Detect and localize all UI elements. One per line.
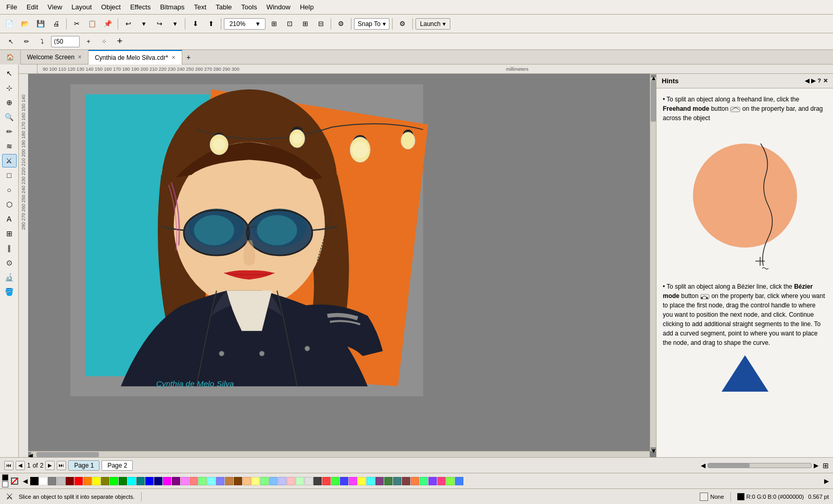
color-swatch-ff4040[interactable] (322, 477, 331, 485)
color-swatch-008080[interactable] (136, 477, 145, 485)
menu-layout[interactable]: Layout (67, 2, 96, 12)
menu-object[interactable]: Object (97, 2, 125, 12)
menu-help[interactable]: Help (296, 2, 318, 12)
hints-back-btn[interactable]: ◀ (805, 77, 809, 84)
canvas-area[interactable]: Cynthia de Melo Silva ▲ ▼ ◀ (28, 74, 656, 457)
scroll-up-arrow[interactable]: ▲ (651, 74, 656, 77)
menu-edit[interactable]: Edit (22, 2, 42, 12)
polygon-tool[interactable]: ⬡ (2, 198, 17, 211)
color-swatch-000080[interactable] (154, 477, 162, 485)
scroll-left-arrow[interactable]: ◀ (28, 452, 31, 457)
settings-button[interactable]: ⚙ (395, 17, 410, 31)
color-swatch-804080[interactable] (375, 477, 384, 485)
side-tab-objects[interactable]: Objects (656, 135, 657, 163)
parallel-tool[interactable]: ∥ (2, 241, 17, 255)
menu-window[interactable]: Window (262, 2, 295, 12)
page-next-btn[interactable]: ▶ (45, 461, 55, 470)
no-color-btn[interactable] (11, 477, 18, 485)
ellipse-tool[interactable]: ○ (2, 183, 17, 197)
menu-text[interactable]: Text (190, 2, 210, 12)
color-swatch-80ffff[interactable] (207, 477, 216, 485)
h-scroll-thumb[interactable] (36, 452, 99, 457)
color-swatch-4080ff[interactable] (455, 477, 463, 485)
color-swatch-ffff80[interactable] (251, 477, 260, 485)
tab-welcome-close[interactable]: ✕ (78, 54, 82, 60)
menu-tools[interactable]: Tools (237, 2, 261, 12)
color-swatch-c0c0ff[interactable] (278, 477, 286, 485)
color-swatch-0000ff[interactable] (145, 477, 154, 485)
color-swatch-804040[interactable] (402, 477, 410, 485)
side-tab-properties[interactable]: Properties (656, 98, 657, 133)
tab-document[interactable]: Cynthia de Melo Silva.cdr* ✕ (89, 50, 182, 64)
color-swatch-800080[interactable] (172, 477, 180, 485)
fill-color-box[interactable] (2, 481, 8, 487)
color-swatch-ff8080[interactable] (190, 477, 198, 485)
color-swatch-00ff00[interactable] (110, 477, 118, 485)
hints-fwd-btn[interactable]: ▶ (811, 77, 815, 84)
zoom-fit-btn[interactable]: ⊞ (267, 17, 281, 31)
palette-scroll-right[interactable]: ▶ (822, 477, 831, 485)
v-scroll-thumb[interactable] (651, 80, 656, 122)
launch-box[interactable]: Launch ▾ (415, 18, 450, 30)
pick-tool[interactable]: ↖ (4, 35, 18, 48)
redo-dropdown[interactable]: ▾ (168, 17, 182, 31)
color-swatch-408080[interactable] (393, 477, 401, 485)
color-swatch-ff0000[interactable] (74, 477, 83, 485)
side-tab-hints[interactable]: Hints (656, 74, 657, 96)
outline-color[interactable] (2, 474, 8, 481)
undo-dropdown[interactable]: ▾ (136, 17, 151, 31)
color-swatch-8040ff[interactable] (428, 477, 437, 485)
freehand-draw-tool[interactable]: ✏ (2, 125, 17, 138)
connector-tool[interactable]: ⊙ (2, 256, 17, 269)
zoom-input[interactable]: 210% (224, 20, 250, 28)
redo-button[interactable]: ↪ (152, 17, 167, 31)
color-swatch-ffc0c0[interactable] (287, 477, 295, 485)
color-swatch-40ff80[interactable] (420, 477, 428, 485)
color-swatch-ff8000[interactable] (83, 477, 92, 485)
print-button[interactable]: 🖨 (49, 17, 64, 31)
undo-button[interactable]: ↩ (121, 17, 135, 31)
color-swatch-008000[interactable] (119, 477, 127, 485)
options-button[interactable]: ⚙ (334, 17, 348, 31)
page-scroll-thumb[interactable] (708, 463, 750, 468)
color-swatch-80c0ff[interactable] (269, 477, 277, 485)
color-swatch-ff40ff[interactable] (349, 477, 357, 485)
color-swatch-8080ff[interactable] (216, 477, 224, 485)
zoom-grid-btn[interactable]: ⊞ (298, 17, 312, 31)
color-swatch-80ff40[interactable] (446, 477, 455, 485)
selection-tool[interactable]: ↖ (2, 67, 17, 80)
color-swatch-ff00ff[interactable] (163, 477, 171, 485)
export-button[interactable]: ⬆ (204, 17, 218, 31)
scatter-btn[interactable]: ⁘ (97, 35, 111, 48)
plus-btn[interactable]: + (113, 35, 127, 48)
page-last-btn[interactable]: ⏭ (57, 461, 66, 470)
crop-tool[interactable]: ⊕ (2, 96, 17, 109)
snap-dropdown-icon[interactable]: ▾ (383, 20, 386, 28)
import-button[interactable]: ⬇ (188, 17, 203, 31)
bezier-btn[interactable]: ⤵ (35, 35, 49, 48)
color-swatch-00ffff[interactable] (128, 477, 136, 485)
color-swatch-ff8040[interactable] (411, 477, 419, 485)
page-prev-btn[interactable]: ◀ (16, 461, 25, 470)
color-swatch-ffc080[interactable] (243, 477, 251, 485)
menu-view[interactable]: View (43, 2, 66, 12)
color-swatch-80ff80[interactable] (260, 477, 269, 485)
color-swatch-808080[interactable] (48, 477, 56, 485)
tab-add-button[interactable]: + (182, 53, 195, 61)
zoom-dropdown[interactable]: ▾ (250, 17, 265, 31)
table-tool[interactable]: ⊞ (2, 227, 17, 240)
size-input[interactable]: 50 (56, 38, 77, 45)
scroll-down-arrow[interactable]: ▼ (651, 447, 656, 450)
menu-effects[interactable]: Effects (126, 2, 155, 12)
page-1-tab[interactable]: Page 1 (68, 460, 99, 471)
eyedropper-tool[interactable]: 🔬 (2, 270, 17, 284)
color-swatch-404040[interactable] (313, 477, 322, 485)
color-swatch-40ff40[interactable] (331, 477, 339, 485)
paste-button[interactable]: 📌 (100, 17, 115, 31)
color-swatch-40ffff[interactable] (367, 477, 375, 485)
color-swatch-e0e0e0[interactable] (305, 477, 313, 485)
cut-button[interactable]: ✂ (69, 17, 84, 31)
color-swatch-ffffff[interactable] (39, 477, 47, 485)
node-edit-tool[interactable]: ⊹ (2, 81, 17, 95)
copy-button[interactable]: 📋 (85, 17, 99, 31)
